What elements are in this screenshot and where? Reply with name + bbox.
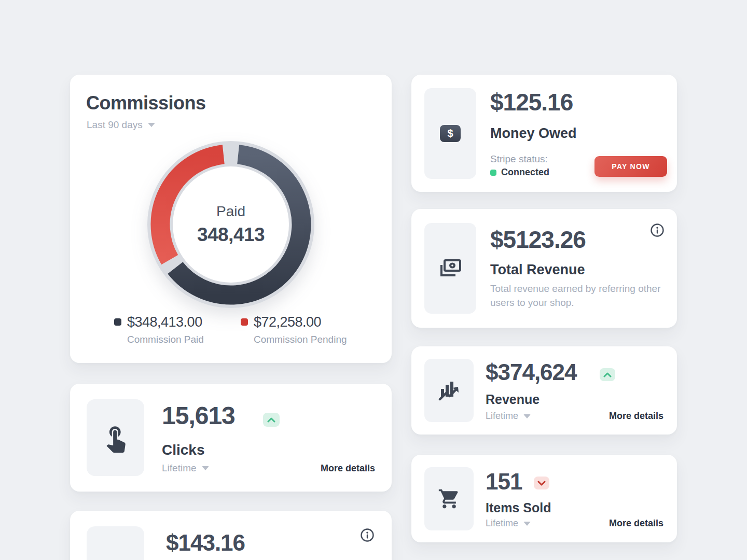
revenue-period-selector[interactable]: Lifetime bbox=[486, 411, 531, 422]
revenue-trend-badge bbox=[600, 368, 615, 381]
shopping-cart-icon bbox=[438, 487, 461, 510]
revenue-icon-tile bbox=[424, 359, 474, 422]
commissions-period-label: Last 90 days bbox=[87, 119, 143, 131]
items-sold-period-selector[interactable]: Lifetime bbox=[486, 518, 531, 529]
commissions-period-selector[interactable]: Last 90 days bbox=[87, 119, 155, 131]
status-dot-icon bbox=[490, 170, 496, 176]
legend-swatch-pending bbox=[241, 318, 248, 326]
trend-up-icon bbox=[267, 417, 275, 423]
info-icon[interactable] bbox=[360, 528, 375, 542]
money-owed-icon-tile: $ bbox=[424, 88, 476, 179]
revenue-more-details-link[interactable]: More details bbox=[609, 411, 663, 422]
items-sold-period-label: Lifetime bbox=[486, 518, 518, 529]
dashboard-page: Commissions Last 90 days Pa bbox=[0, 0, 747, 560]
dollar-icon: $ bbox=[440, 125, 461, 142]
partial-value: $143.16 bbox=[166, 530, 245, 555]
legend-value-paid: $348,413.00 bbox=[127, 314, 204, 330]
revenue-label: Revenue bbox=[486, 392, 540, 407]
commissions-donut-chart: Paid 348,413 bbox=[137, 131, 324, 318]
commissions-title: Commissions bbox=[86, 92, 206, 114]
money-owed-label: Money Owed bbox=[490, 125, 577, 142]
total-revenue-value: $5123.26 bbox=[490, 227, 586, 253]
legend-label-pending: Commission Pending bbox=[254, 334, 347, 345]
clicks-more-details-link[interactable]: More details bbox=[321, 463, 375, 474]
items-sold-more-details-link[interactable]: More details bbox=[609, 518, 663, 529]
chevron-down-icon bbox=[523, 414, 531, 418]
total-revenue-icon-tile bbox=[424, 223, 476, 314]
money-owed-card: $ $125.16 Money Owed Stripe status: Conn… bbox=[411, 75, 677, 192]
legend-value-pending: $72,258.00 bbox=[254, 314, 347, 330]
chevron-down-icon bbox=[202, 466, 209, 470]
legend-item-pending: $72,258.00 Commission Pending bbox=[241, 314, 347, 345]
legend-item-paid: $348,413.00 Commission Paid bbox=[114, 314, 204, 345]
items-sold-value: 151 bbox=[486, 469, 522, 494]
trend-up-icon bbox=[603, 372, 612, 377]
donut-center-text: Paid 348,413 bbox=[137, 131, 324, 318]
tap-click-icon bbox=[101, 423, 131, 453]
partial-icon-tile bbox=[87, 526, 144, 560]
items-sold-label: Items Sold bbox=[486, 500, 551, 515]
clicks-card: 15,613 Clicks Lifetime More details bbox=[70, 384, 392, 492]
pay-now-button[interactable]: PAY NOW bbox=[594, 156, 667, 177]
commissions-card: Commissions Last 90 days Pa bbox=[70, 75, 392, 363]
info-icon[interactable] bbox=[650, 223, 665, 237]
legend-label-paid: Commission Paid bbox=[127, 334, 204, 345]
stripe-status-label: Stripe status: bbox=[490, 153, 548, 165]
bar-chart-trend-icon bbox=[437, 380, 461, 401]
revenue-value: $374,624 bbox=[486, 360, 577, 385]
banknotes-icon bbox=[438, 258, 462, 279]
legend-swatch-paid bbox=[114, 318, 121, 326]
revenue-card: $374,624 Revenue Lifetime More details bbox=[411, 346, 677, 435]
money-owed-value: $125.16 bbox=[490, 89, 573, 116]
trend-down-icon bbox=[537, 481, 546, 486]
stripe-status-value: Connected bbox=[501, 167, 549, 178]
clicks-label: Clicks bbox=[162, 442, 205, 458]
chevron-down-icon bbox=[523, 522, 531, 526]
items-sold-icon-tile bbox=[424, 467, 474, 530]
clicks-value: 15,613 bbox=[162, 402, 235, 430]
clicks-trend-badge bbox=[263, 413, 280, 427]
revenue-period-label: Lifetime bbox=[486, 411, 518, 422]
items-sold-card: 151 Items Sold Lifetime More details bbox=[411, 455, 677, 542]
clicks-icon-tile bbox=[87, 399, 144, 476]
donut-center-value: 348,413 bbox=[197, 224, 265, 246]
chevron-down-icon bbox=[148, 123, 155, 127]
total-revenue-description: Total revenue earned by referring other … bbox=[490, 282, 664, 310]
donut-center-label: Paid bbox=[216, 203, 245, 220]
clicks-period-selector[interactable]: Lifetime bbox=[162, 463, 209, 474]
items-sold-trend-badge bbox=[534, 477, 549, 489]
partial-metric-card: $143.16 bbox=[70, 511, 392, 560]
total-revenue-label: Total Revenue bbox=[490, 262, 585, 278]
stripe-status-row: Connected bbox=[490, 167, 549, 178]
total-revenue-card: $5123.26 Total Revenue Total revenue ear… bbox=[411, 209, 677, 328]
clicks-period-label: Lifetime bbox=[162, 463, 197, 474]
